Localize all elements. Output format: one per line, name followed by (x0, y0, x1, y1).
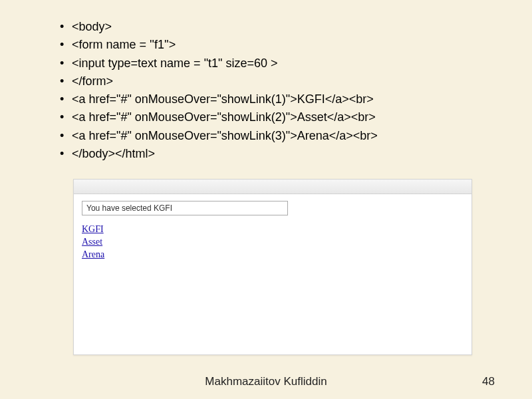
demo-link-kgfi[interactable]: KGFI (82, 224, 104, 234)
code-line: <input type=text name = "t1" size=60 > (60, 55, 499, 71)
code-line: <a href="#" onMouseOver="showLink(1)">KG… (60, 91, 499, 107)
code-text: <body> (72, 20, 112, 33)
browser-toolbar (74, 180, 471, 194)
code-line: </body></html> (60, 146, 499, 162)
demo-text-input[interactable] (82, 201, 288, 215)
browser-body: KGFI Asset Arena (74, 194, 471, 268)
code-line: <a href="#" onMouseOver="showLink(2)">As… (60, 109, 499, 125)
code-text: <a href="#" onMouseOver="showLink(2)">As… (72, 110, 376, 124)
code-text: <a href="#" onMouseOver="showLink(1)">KG… (72, 92, 374, 106)
demo-link-asset[interactable]: Asset (82, 237, 102, 247)
code-line: <a href="#" onMouseOver="showLink(3)">Ar… (60, 128, 499, 144)
code-line: <form name = ''f1''> (60, 37, 499, 53)
page-number: 48 (482, 375, 495, 388)
footer-author: Makhmazaiitov Kufliddin (0, 375, 532, 388)
code-line: </form> (60, 73, 499, 89)
slide-content: <body> <form name = ''f1''> <input type=… (0, 0, 532, 355)
code-text: <form name = ''f1''> (72, 38, 176, 51)
demo-link-arena[interactable]: Arena (82, 249, 104, 259)
code-listing: <body> <form name = ''f1''> <input type=… (33, 19, 499, 162)
code-text: <input type=text name = "t1" size=60 > (72, 57, 277, 70)
code-text: </form> (72, 74, 113, 88)
code-text: </body></html> (72, 147, 155, 160)
browser-preview-frame: KGFI Asset Arena (73, 179, 472, 355)
code-text: <a href="#" onMouseOver="showLink(3)">Ar… (72, 129, 378, 142)
code-line: <body> (60, 19, 499, 35)
